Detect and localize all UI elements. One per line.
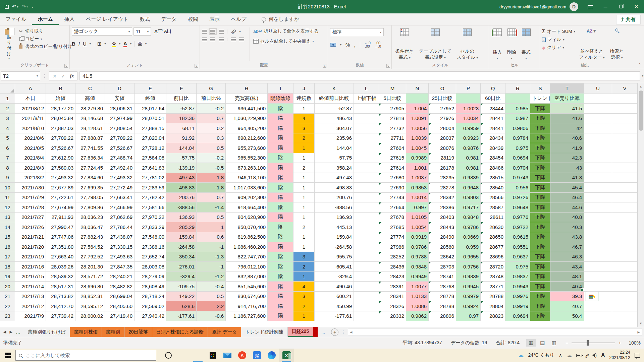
cell-K22[interactable]: 450.99 [315,301,354,311]
font-name-select[interactable]: 游ゴシック▾ [72,27,132,36]
cell-O7[interactable]: 28119 [429,153,456,163]
cell-Q20[interactable]: 28771 [481,282,505,292]
cell-K2[interactable]: -52.87 [315,104,354,114]
cell-Q7[interactable]: 28454 [481,153,505,163]
cell-G10[interactable]: -1.8 [197,183,226,193]
cell-J15[interactable]: 1 [293,232,315,242]
cell-D12[interactable]: 27,466.99 [105,202,135,213]
cell-Q21[interactable]: 28788 [481,291,505,301]
cell-H23[interactable]: 1,186,727,600 [226,311,268,321]
cell-U13[interactable] [584,212,612,222]
cell-M13[interactable]: 27678 [379,212,406,222]
cell-O15[interactable]: 28490 [429,232,456,242]
sheet-overflow-left[interactable]: … [16,329,20,335]
cell-O20[interactable]: 28768 [429,282,456,292]
cell-F21[interactable]: 149.22 [166,291,197,301]
cell-M12[interactable]: 27664 [379,202,406,213]
cell-I3[interactable]: 陽 [268,113,293,123]
cell-R16[interactable]: 0.9551 [505,242,530,252]
cell-N2[interactable]: 1.004 [406,104,429,114]
cell-P10[interactable]: 0.9648 [456,183,481,193]
hscroll-right-icon[interactable]: ▶ [636,330,642,334]
cell-E3[interactable]: 28,070.51 [135,113,166,123]
cell-S23[interactable]: 下降 [530,311,550,321]
cell-K23[interactable]: -177.61 [315,311,354,321]
cell-C6[interactable]: 27,741.55 [75,143,105,153]
cell-M8[interactable]: 27614 [379,163,406,173]
cell-S1[interactable]: トレンド [530,94,550,104]
cell-T17[interactable]: 46.3 [550,252,584,262]
cell-B7[interactable]: 27,612.90 [46,153,75,163]
row-header-6[interactable]: 6 [0,143,15,153]
cell-C18[interactable]: 28,201.30 [75,262,105,272]
cell-U12[interactable] [584,202,612,213]
cell-P20[interactable]: 0.9945 [456,282,481,292]
cell-S17[interactable]: 下降 [530,252,550,262]
cell-K17[interactable]: -955.75 [315,252,354,262]
cell-E19[interactable]: 28,279.09 [135,272,166,282]
cell-M14[interactable]: 27685 [379,222,406,232]
cell-N17[interactable]: 0.9788 [406,252,429,262]
avatar[interactable]: D [570,2,578,11]
cell-I7[interactable]: 陰 [268,153,293,163]
cell-B4[interactable]: 27,887.03 [46,123,75,133]
cell-R11[interactable]: 0.9726 [505,192,530,202]
cell-U8[interactable] [584,163,612,173]
cell-K9[interactable]: 497.43 [315,173,354,183]
cell-F7[interactable]: -57.75 [166,153,197,163]
cancel-entry-icon[interactable]: ✕ [53,73,57,79]
cell-J21[interactable]: 3 [293,291,315,301]
cell-C14[interactable]: 28,036.47 [75,222,105,232]
cell-U20[interactable] [584,282,612,292]
cell-R6[interactable]: 0.975 [505,143,530,153]
cell-S2[interactable]: 下降 [530,104,550,114]
cell-S20[interactable]: 下降 [530,282,550,292]
cell-G8[interactable]: -0.5 [197,163,226,173]
cell-J9[interactable]: 1 [293,173,315,183]
cell-C21[interactable]: 28,852.31 [75,291,105,301]
cell-J19[interactable]: 1 [293,272,315,282]
cell-V7[interactable] [612,153,638,163]
cell-I10[interactable]: 陰 [268,183,293,193]
cell-L15[interactable] [354,232,379,242]
cell-P11[interactable]: 0.9803 [456,192,481,202]
cell-B15[interactable]: 27,747.06 [46,232,75,242]
redo-button[interactable]: ↷▾ [22,4,28,10]
cell-C11[interactable]: 27,798.05 [75,192,105,202]
cell-P23[interactable]: 0.97 [456,311,481,321]
cell-T6[interactable]: 41.9 [550,143,584,153]
cell-C1[interactable]: 高値 [75,94,105,104]
cell-C9[interactable]: 27,834.60 [75,173,105,183]
column-header-B[interactable]: B [46,83,75,94]
cell-V1[interactable] [612,94,638,104]
cell-P5[interactable]: 0.9923 [456,133,481,143]
cell-Q8[interactable]: 28486 [481,163,505,173]
cell-E2[interactable]: 28,017.64 [135,104,166,114]
sheet-tab-4[interactable]: 日別と株価による診断 [152,327,208,337]
cell-H2[interactable]: 936,441,500 [226,104,268,114]
column-header-H[interactable]: H [226,83,268,94]
cell-Q22[interactable]: 28804 [481,301,505,311]
cell-T1[interactable]: 空売り比率 [550,94,584,104]
cell-U1[interactable] [584,94,612,104]
sheet-tab-1[interactable]: 業種別株価 [70,327,102,337]
cell-N23[interactable]: 0.9862 [406,311,429,321]
align-left-icon[interactable] [202,38,207,41]
cell-S5[interactable]: 下降 [530,133,550,143]
cell-N7[interactable]: 0.9989 [406,153,429,163]
cell-L4[interactable] [354,123,379,133]
cell-N9[interactable]: 1.0037 [406,173,429,183]
ribbon-tab-1[interactable]: ホーム [32,13,59,25]
cell-I18[interactable]: 陰 [268,262,293,272]
cell-K20[interactable]: 490.46 [315,282,354,292]
percent-style-button[interactable]: % [345,42,350,48]
cell-F15[interactable]: 159.84 [166,232,197,242]
cell-E1[interactable]: 終値 [135,94,166,104]
cell-T12[interactable]: 44.6 [550,202,584,213]
row-header-20[interactable]: 20 [0,282,15,292]
cell-G12[interactable]: -1.4 [197,202,226,213]
cell-E6[interactable]: 27,728.12 [135,143,166,153]
cell-B13[interactable]: 27,911.93 [46,212,75,222]
status-sum[interactable]: 合計: 820.4 [496,340,520,346]
cell-N10[interactable]: 0.9853 [406,183,429,193]
